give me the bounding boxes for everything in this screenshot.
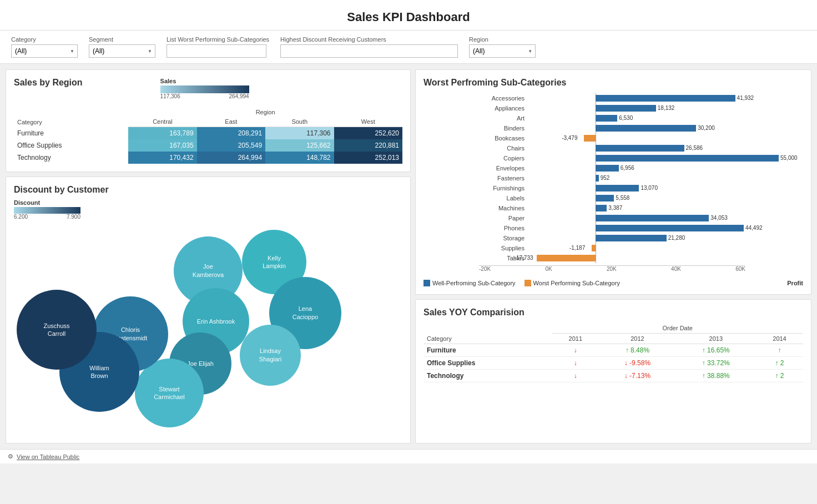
bubble-legend: Discount 6.200 7.900 bbox=[14, 199, 402, 220]
highest-discount-label: Highest Discount Receiving Customers bbox=[280, 36, 458, 43]
sales-yoy-panel: Sales YOY Comparision Category Order Dat… bbox=[415, 299, 811, 443]
furniture-east: 208,291 bbox=[197, 127, 265, 140]
bar-row: Envelopes 6,956 bbox=[479, 163, 803, 173]
furniture-south: 117,306 bbox=[265, 127, 334, 140]
discount-by-customer-panel: Discount by Customer Discount 6.200 7.90… bbox=[6, 177, 411, 443]
col-south: South bbox=[265, 117, 334, 127]
bar-row: Fasteners 952 bbox=[479, 173, 803, 183]
region-select[interactable]: (All) bbox=[469, 44, 536, 58]
yoy-tech: Technology bbox=[423, 370, 552, 382]
bottom-bar: ⚙ View on Tableau Public bbox=[0, 449, 817, 463]
segment-label: Segment bbox=[89, 36, 155, 43]
right-column: Worst Perfroming Sub-Categories Accessor… bbox=[415, 69, 811, 443]
yoy-furniture-2012: ↑ 8.48% bbox=[599, 344, 675, 357]
yoy-office: Office Supplies bbox=[423, 357, 552, 370]
bar-row: Appliances 18,132 bbox=[479, 103, 803, 113]
yoy-tech-2012: ↓ -7.13% bbox=[599, 370, 675, 382]
well-color bbox=[423, 280, 430, 286]
bubble-range: 6.200 7.900 bbox=[14, 214, 80, 220]
office-west: 220,881 bbox=[334, 139, 402, 152]
sales-gradient bbox=[160, 85, 249, 93]
yoy-title: Sales YOY Comparision bbox=[423, 308, 803, 317]
yoy-office-2013: ↑ 33.72% bbox=[676, 357, 756, 370]
office-east: 205,549 bbox=[197, 139, 265, 152]
region-label: Region bbox=[469, 36, 536, 43]
dashboard: Sales KPI Dashboard Category (All) Segme… bbox=[0, 0, 817, 504]
bar-row: Binders 30,200 bbox=[479, 123, 803, 133]
worst-sub-label: List Worst Performing Sub-Categories bbox=[167, 36, 269, 43]
segment-select[interactable]: (All) bbox=[89, 44, 155, 58]
dashboard-header: Sales KPI Dashboard bbox=[0, 0, 817, 31]
tech-west: 252,013 bbox=[334, 152, 402, 164]
bubble-lindsay-shagiari: LindsayShagiari bbox=[240, 325, 301, 386]
bar-row: Labels 5,558 bbox=[479, 193, 803, 203]
legend-worst: Worst Performing Sub-Category bbox=[525, 280, 620, 286]
office-central: 167,035 bbox=[128, 139, 196, 152]
yoy-tech-2014: ↑ 2 bbox=[756, 370, 803, 382]
bubble-stewart-carmichael: StewartCarmichael bbox=[135, 359, 204, 427]
tableau-link[interactable]: View on Tableau Public bbox=[17, 453, 79, 460]
office-south: 125,662 bbox=[265, 139, 334, 152]
bar-row: Paper 34,053 bbox=[479, 213, 803, 223]
bubble-container: JoeKamberovaKellyLampkinLenaCacioppoLind… bbox=[14, 224, 402, 435]
tableau-icon: ⚙ bbox=[8, 453, 13, 460]
left-column: Sales by Region Sales 117,306 264,994 Ca… bbox=[6, 69, 411, 443]
region-filter: Region (All) bbox=[469, 36, 536, 58]
yoy-office-2014: ↑ 2 bbox=[756, 357, 803, 370]
chart-legend: Well-Perfroming Sub-Category Worst Perfo… bbox=[423, 280, 620, 286]
cat-office: Office Supplies bbox=[14, 139, 128, 152]
tech-east: 264,994 bbox=[197, 152, 265, 164]
category-filter: Category (All) bbox=[11, 36, 78, 58]
worst-sub-panel: Worst Perfroming Sub-Categories Accessor… bbox=[415, 69, 811, 295]
yoy-furniture-2011: ↓ bbox=[552, 344, 599, 357]
bar-row: Phones 44,492 bbox=[479, 223, 803, 233]
worst-sub-input[interactable]: 5 bbox=[167, 44, 266, 58]
cat-furniture: Furniture bbox=[14, 127, 128, 140]
yoy-2014: 2014 bbox=[756, 334, 803, 344]
yoy-col-header: Category bbox=[423, 323, 552, 344]
profit-axis-label: Profit bbox=[787, 280, 803, 286]
highest-discount-filter: Highest Discount Receiving Customers 10 bbox=[280, 36, 458, 58]
region-col-header: Category bbox=[14, 107, 128, 127]
highest-discount-input[interactable]: 10 bbox=[280, 44, 458, 58]
yoy-2011: 2011 bbox=[552, 334, 599, 344]
furniture-central: 163,789 bbox=[128, 127, 196, 140]
bar-row: Copiers 55,000 bbox=[479, 153, 803, 163]
bar-row: Storage 21,280 bbox=[479, 233, 803, 243]
discount-title: Discount by Customer bbox=[14, 185, 402, 195]
bar-row: Machines 3,387 bbox=[479, 203, 803, 213]
yoy-furniture: Furniture bbox=[423, 344, 552, 357]
yoy-tech-2013: ↑ 38.88% bbox=[676, 370, 756, 382]
category-select[interactable]: (All) bbox=[11, 44, 78, 58]
tech-central: 170,432 bbox=[128, 152, 196, 164]
legend-well: Well-Perfroming Sub-Category bbox=[423, 280, 516, 286]
table-row: Office Supplies ↓ ↓ -9.58% ↑ 33.72% ↑ 2 bbox=[423, 357, 803, 370]
yoy-2013: 2013 bbox=[676, 334, 756, 344]
table-row: Furniture 163,789 208,291 117,306 252,62… bbox=[14, 127, 402, 140]
worst-sub-filter: List Worst Performing Sub-Categories 5 bbox=[167, 36, 269, 58]
main-content: Sales by Region Sales 117,306 264,994 Ca… bbox=[0, 64, 817, 449]
bar-row: Chairs 26,586 bbox=[479, 143, 803, 153]
table-row: Furniture ↓ ↑ 8.48% ↑ 16.65% ↑ bbox=[423, 344, 803, 357]
order-date-header: Order Date bbox=[552, 323, 803, 334]
dashboard-title: Sales KPI Dashboard bbox=[0, 10, 817, 24]
table-row: Technology 170,432 264,994 148,782 252,0… bbox=[14, 152, 402, 164]
bar-row: Bookcases -3,479 bbox=[479, 133, 803, 143]
bar-chart: Accessories 41,932 Appliances 18,132 Art bbox=[423, 93, 803, 272]
sales-by-region-panel: Sales by Region Sales 117,306 264,994 Ca… bbox=[6, 69, 411, 172]
bar-row: Art 6,530 bbox=[479, 113, 803, 123]
segment-filter: Segment (All) bbox=[89, 36, 155, 58]
region-table: Category Region Central East South West … bbox=[14, 107, 402, 164]
bar-row: Furnishings 13,070 bbox=[479, 183, 803, 193]
bar-row: Tables -17,733 bbox=[479, 253, 803, 263]
yoy-furniture-2014: ↑ bbox=[756, 344, 803, 357]
yoy-office-2011: ↓ bbox=[552, 357, 599, 370]
tech-south: 148,782 bbox=[265, 152, 334, 164]
worst-sub-title: Worst Perfroming Sub-Categories bbox=[423, 78, 803, 88]
bubble-gradient bbox=[14, 207, 80, 214]
bar-row: Accessories 41,932 bbox=[479, 93, 803, 103]
bubble-zuschuss-carroll: ZuschussCarroll bbox=[17, 290, 97, 370]
col-east: East bbox=[197, 117, 265, 127]
col-central: Central bbox=[128, 117, 196, 127]
cat-tech: Technology bbox=[14, 152, 128, 164]
